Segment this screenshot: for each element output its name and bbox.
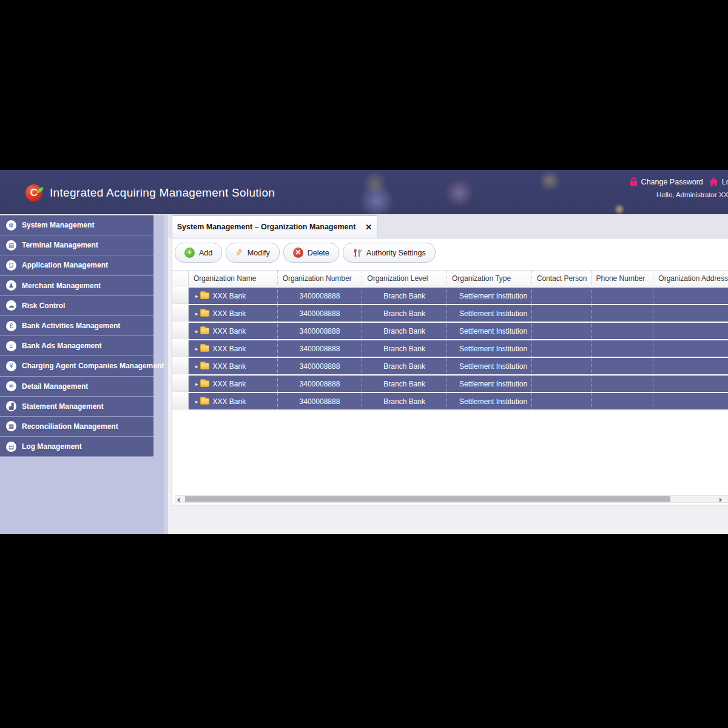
cell-organization-number[interactable]: 3400008888	[278, 323, 363, 339]
cell-organization-address[interactable]	[653, 376, 728, 392]
cell-organization-number[interactable]: 3400008888	[278, 288, 363, 304]
cell-organization-name[interactable]: ▸ XXX Bank	[189, 305, 278, 322]
delete-button[interactable]: ✕ Delete	[283, 243, 339, 263]
cell-organization-type[interactable]: Settlement Institution	[447, 376, 532, 392]
row-selector[interactable]	[172, 376, 189, 392]
cell-organization-address[interactable]	[653, 323, 728, 339]
cell-organization-number[interactable]: 3400008888	[278, 358, 363, 374]
logout-link[interactable]: Logout	[709, 178, 728, 186]
cell-phone-number[interactable]	[592, 305, 654, 322]
cell-organization-address[interactable]	[653, 393, 728, 410]
scroll-right-arrow-icon[interactable]	[720, 497, 722, 502]
table-row[interactable]: ▸ XXX Bank 3400008888 Branch Bank Settle…	[172, 376, 728, 392]
sidebar-item-bank-activities-management[interactable]: € Bank Activities Management	[0, 316, 153, 336]
expand-arrow-icon[interactable]: ▸	[195, 381, 198, 387]
cell-organization-level[interactable]: Branch Bank	[362, 376, 447, 392]
sidebar-item-charging-agent-companies-management[interactable]: ¥ Charging Agent Companies Management	[0, 356, 153, 376]
scroll-left-arrow-icon[interactable]	[177, 497, 180, 502]
sidebar-item-reconciliation-management[interactable]: ▦ Reconciliation Management	[0, 417, 153, 437]
table-row[interactable]: ▸ XXX Bank 3400008888 Branch Bank Settle…	[172, 340, 728, 357]
expand-arrow-icon[interactable]: ▸	[195, 293, 198, 299]
table-row[interactable]: ▸ XXX Bank 3400008888 Branch Bank Settle…	[172, 358, 728, 374]
cell-organization-name[interactable]: ▸ XXX Bank	[189, 288, 278, 304]
cell-phone-number[interactable]	[592, 323, 654, 339]
cell-contact-person[interactable]	[532, 358, 592, 374]
column-header-organization-level[interactable]: Organization Level	[362, 271, 447, 286]
expand-arrow-icon[interactable]: ▸	[195, 311, 198, 317]
cell-phone-number[interactable]	[592, 393, 654, 410]
expand-arrow-icon[interactable]: ▸	[195, 346, 198, 352]
change-password-link[interactable]: Change Password	[630, 177, 703, 186]
expand-arrow-icon[interactable]: ▸	[195, 399, 198, 405]
cell-organization-type[interactable]: Settlement Institution	[447, 393, 532, 410]
cell-organization-type[interactable]: Settlement Institution	[447, 340, 532, 357]
cell-phone-number[interactable]	[592, 376, 654, 392]
row-selector[interactable]	[172, 323, 189, 339]
cell-organization-level[interactable]: Branch Bank	[362, 358, 447, 374]
cell-organization-type[interactable]: Settlement Institution	[447, 305, 532, 322]
cell-organization-address[interactable]	[653, 358, 728, 374]
cell-contact-person[interactable]	[532, 305, 592, 322]
table-row[interactable]: ▸ XXX Bank 3400008888 Branch Bank Settle…	[172, 323, 728, 339]
table-row[interactable]: ▸ XXX Bank 3400008888 Branch Bank Settle…	[172, 305, 728, 322]
cell-organization-name[interactable]: ▸ XXX Bank	[189, 376, 278, 392]
column-header-phone-number[interactable]: Phone Number	[592, 271, 654, 286]
cell-organization-type[interactable]: Settlement Institution	[447, 323, 532, 339]
sidebar-item-merchant-management[interactable]: ♟ Merchant Management	[0, 276, 153, 296]
cell-organization-address[interactable]	[653, 340, 728, 357]
cell-organization-name[interactable]: ▸ XXX Bank	[189, 358, 278, 374]
row-selector[interactable]	[172, 340, 189, 357]
sidebar-item-application-management[interactable]: Ω Application Management	[0, 255, 153, 275]
cell-organization-level[interactable]: Branch Bank	[362, 340, 447, 357]
close-icon[interactable]: ✕	[365, 223, 372, 231]
cell-organization-number[interactable]: 3400008888	[278, 340, 363, 357]
sidebar-item-statement-management[interactable]: ▟ Statement Management	[0, 397, 153, 417]
horizontal-scrollbar[interactable]	[175, 495, 728, 503]
add-button[interactable]: + Add	[175, 243, 222, 263]
sidebar-item-system-management[interactable]: ⚙ System Management	[0, 215, 153, 235]
cell-organization-level[interactable]: Branch Bank	[362, 305, 447, 322]
cell-contact-person[interactable]	[532, 288, 592, 304]
sidebar-item-detail-management[interactable]: ≣ Detail Management	[0, 377, 153, 397]
cell-phone-number[interactable]	[592, 358, 654, 374]
sidebar-item-log-management[interactable]: ▤ Log Management	[0, 437, 153, 457]
row-selector[interactable]	[172, 305, 189, 322]
sidebar-item-risk-control[interactable]: ☁ Risk Control	[0, 296, 153, 316]
sidebar-item-terminal-management[interactable]: ▤ Terminal Management	[0, 235, 153, 255]
authority-settings-button[interactable]: Authority Settings	[343, 243, 436, 263]
table-row[interactable]: ▸ XXX Bank 3400008888 Branch Bank Settle…	[172, 288, 728, 304]
cell-organization-name[interactable]: ▸ XXX Bank	[189, 393, 278, 410]
row-selector[interactable]	[172, 288, 189, 304]
cell-organization-level[interactable]: Branch Bank	[362, 323, 447, 339]
modify-button[interactable]: ✎ Modify	[226, 243, 279, 263]
cell-organization-name[interactable]: ▸ XXX Bank	[189, 340, 278, 357]
cell-organization-type[interactable]: Settlement Institution	[447, 358, 532, 374]
cell-phone-number[interactable]	[592, 340, 654, 357]
column-header-contact-person[interactable]: Contact Person	[532, 271, 592, 286]
cell-organization-level[interactable]: Branch Bank	[362, 288, 447, 304]
cell-contact-person[interactable]	[532, 340, 592, 357]
column-header-organization-name[interactable]: Organization Name	[189, 271, 278, 286]
cell-organization-name[interactable]: ▸ XXX Bank	[189, 323, 278, 339]
column-header-organization-number[interactable]: Organization Number	[278, 271, 363, 286]
scrollbar-thumb[interactable]	[185, 496, 670, 502]
cell-organization-address[interactable]	[653, 305, 728, 322]
cell-organization-number[interactable]: 3400008888	[278, 376, 363, 392]
column-header-organization-address[interactable]: Organization Address	[653, 271, 728, 286]
cell-organization-number[interactable]: 3400008888	[278, 305, 363, 322]
row-selector[interactable]	[172, 393, 189, 410]
cell-phone-number[interactable]	[592, 288, 654, 304]
cell-organization-address[interactable]	[653, 288, 728, 304]
cell-contact-person[interactable]	[532, 323, 592, 339]
column-header-organization-type[interactable]: Organization Type	[447, 271, 532, 286]
cell-organization-number[interactable]: 3400008888	[278, 393, 363, 410]
tab-organization-management[interactable]: System Management – Organization Managem…	[172, 215, 377, 238]
sidebar-item-bank-ads-management[interactable]: ≡ Bank Ads Management	[0, 336, 153, 356]
expand-arrow-icon[interactable]: ▸	[195, 363, 198, 369]
row-selector[interactable]	[172, 358, 189, 374]
cell-organization-level[interactable]: Branch Bank	[362, 393, 447, 410]
cell-contact-person[interactable]	[532, 393, 592, 410]
table-row[interactable]: ▸ XXX Bank 3400008888 Branch Bank Settle…	[172, 393, 728, 410]
cell-organization-type[interactable]: Settlement Institution	[447, 288, 532, 304]
expand-arrow-icon[interactable]: ▸	[195, 328, 198, 334]
